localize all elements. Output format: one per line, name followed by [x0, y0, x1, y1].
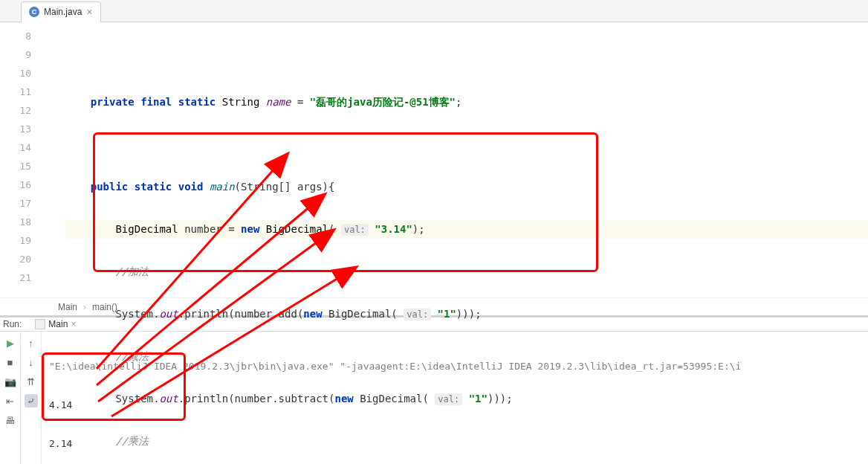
- application-icon: [35, 319, 45, 329]
- output-line: 2.14: [49, 436, 861, 452]
- tab-label: Main.java: [44, 7, 82, 17]
- camera-icon[interactable]: 📷: [4, 375, 17, 388]
- close-icon[interactable]: ×: [86, 7, 92, 17]
- run-left-toolbar-2: ↑ ↓ ⇈ ⤶: [21, 332, 42, 464]
- code-area[interactable]: private final static String name = "磊哥的j…: [36, 22, 868, 297]
- run-panel: Run: Main × ▶ ■ 📷 ⇤ 🖶 ↑ ↓ ⇈ ⤶ "E:\: [0, 315, 868, 464]
- rerun-icon[interactable]: ▶: [4, 336, 17, 349]
- gutter: 8 9 10 11 12 13 14 15 16 17 18 19 20 21: [0, 22, 36, 297]
- run-left-toolbar: ▶ ■ 📷 ⇤ 🖶: [0, 332, 21, 464]
- file-tab-main[interactable]: C Main.java ×: [21, 1, 101, 22]
- exit-icon[interactable]: ⇤: [4, 394, 17, 407]
- filter-icon[interactable]: ⇈: [25, 375, 38, 388]
- command-line: "E:\idea\intelliJ IDEA 2019.2.3\jbr\bin\…: [49, 358, 861, 375]
- stop-icon[interactable]: ■: [4, 355, 17, 369]
- output-line: 4.14: [49, 397, 861, 413]
- print-icon[interactable]: 🖶: [4, 413, 17, 427]
- console-output[interactable]: "E:\idea\intelliJ IDEA 2019.2.3\jbr\bin\…: [42, 332, 868, 464]
- down-arrow-icon[interactable]: ↓: [25, 355, 38, 369]
- editor: 8 9 10 11 12 13 14 15 16 17 18 19 20 21 …: [0, 22, 868, 297]
- java-class-icon: C: [29, 7, 39, 17]
- run-label: Run:: [3, 319, 22, 329]
- editor-tabs: C Main.java ×: [0, 0, 868, 22]
- up-arrow-icon[interactable]: ↑: [25, 336, 38, 349]
- wrap-icon[interactable]: ⤶: [25, 394, 38, 407]
